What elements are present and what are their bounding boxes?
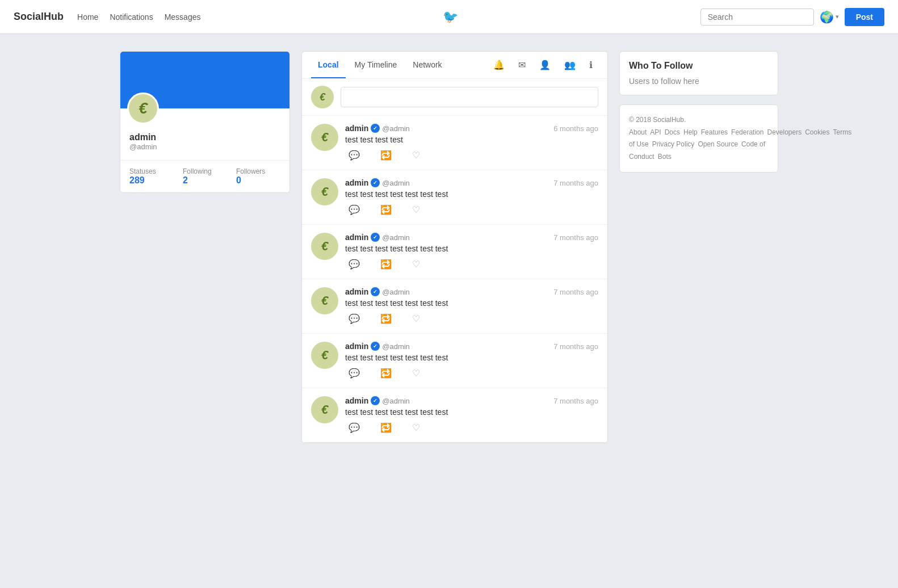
post-time: 7 months ago <box>553 397 598 405</box>
chevron-down-icon: ▾ <box>836 13 839 20</box>
like-button[interactable]: ♡ <box>409 258 423 271</box>
like-button[interactable]: ♡ <box>409 149 423 162</box>
feed-card: Local My Timeline Network 🔔 ✉ 👤 👥 ℹ € € <box>301 51 608 443</box>
post-author: admin ✓ @admin <box>345 396 410 405</box>
nav-notifications[interactable]: Notifications <box>110 12 153 22</box>
post-handle: @admin <box>382 179 410 187</box>
tab-network[interactable]: Network <box>406 52 448 78</box>
post-author-name: admin <box>345 342 368 351</box>
post-avatar: € <box>311 178 338 205</box>
post-time: 7 months ago <box>553 342 598 351</box>
post-author-name: admin <box>345 178 368 187</box>
footer-link-bots[interactable]: Bots <box>658 153 672 161</box>
following-stat: Following 2 <box>183 167 227 186</box>
post-author-name: admin <box>345 233 368 242</box>
right-sidebar: Who To Follow Users to follow here © 201… <box>619 51 778 182</box>
profile-handle: @admin <box>129 142 280 151</box>
add-user-icon[interactable]: 👥 <box>559 52 581 78</box>
globe-icon: 🌍 <box>820 10 834 24</box>
left-sidebar: € admin @admin Statuses 289 Following 2 … <box>120 51 290 193</box>
post-item: € admin ✓ @admin 7 months ago test test … <box>302 388 607 443</box>
reply-button[interactable]: 💬 <box>345 421 363 434</box>
tab-my-timeline[interactable]: My Timeline <box>348 52 404 78</box>
footer-link-docs[interactable]: Docs <box>665 128 680 136</box>
post-content: test test test test test test test <box>345 299 598 308</box>
post-actions: 💬 🔁 ♡ <box>345 421 598 434</box>
post-author-name: admin <box>345 396 368 405</box>
repost-button[interactable]: 🔁 <box>377 312 395 325</box>
post-author-name: admin <box>345 287 368 296</box>
verified-badge: ✓ <box>371 124 380 133</box>
post-content: test test test test test test test <box>345 408 598 417</box>
post-author: admin ✓ @admin <box>345 342 410 351</box>
repost-button[interactable]: 🔁 <box>377 367 395 380</box>
footer-link-about[interactable]: About <box>629 128 647 136</box>
info-icon[interactable]: ℹ <box>584 52 598 78</box>
footer-link-developers[interactable]: Developers <box>767 128 802 136</box>
reply-button[interactable]: 💬 <box>345 149 363 162</box>
compose-area: € <box>302 79 607 116</box>
post-body: admin ✓ @admin 7 months ago test test te… <box>345 342 598 380</box>
following-label: Following <box>183 167 227 175</box>
profile-card: € admin @admin Statuses 289 Following 2 … <box>120 51 290 193</box>
post-content: test test test test test test test <box>345 244 598 253</box>
post-body: admin ✓ @admin 7 months ago test test te… <box>345 233 598 271</box>
post-item: € admin ✓ @admin 7 months ago test test … <box>302 334 607 388</box>
navbar-right: 🌍 ▾ Post <box>700 8 884 26</box>
reply-button[interactable]: 💬 <box>345 203 363 216</box>
verified-badge: ✓ <box>371 342 380 351</box>
user-icon[interactable]: 👤 <box>534 52 556 78</box>
footer-link-cookies[interactable]: Cookies <box>805 128 829 136</box>
search-input[interactable] <box>700 9 814 26</box>
footer-link-privacy-policy[interactable]: Privacy Policy <box>652 140 695 148</box>
profile-info: € admin @admin <box>120 108 289 160</box>
profile-username: admin <box>129 132 280 142</box>
footer-link-api[interactable]: API <box>650 128 661 136</box>
navbar-center: 🐦 <box>200 10 700 24</box>
like-button[interactable]: ♡ <box>409 312 423 325</box>
bell-icon[interactable]: 🔔 <box>488 52 510 78</box>
reply-button[interactable]: 💬 <box>345 258 363 271</box>
who-to-follow-text: Users to follow here <box>629 77 769 86</box>
like-button[interactable]: ♡ <box>409 367 423 380</box>
post-avatar: € <box>311 287 338 314</box>
who-to-follow-widget: Who To Follow Users to follow here <box>619 51 778 95</box>
compose-input[interactable] <box>341 87 598 107</box>
profile-stats: Statuses 289 Following 2 Followers 0 <box>120 160 289 192</box>
language-button[interactable]: 🌍 ▾ <box>820 10 839 24</box>
post-avatar: € <box>311 233 338 260</box>
reply-button[interactable]: 💬 <box>345 312 363 325</box>
profile-name-area: admin @admin <box>129 132 280 151</box>
nav-messages[interactable]: Messages <box>165 12 201 22</box>
post-author: admin ✓ @admin <box>345 233 410 242</box>
verified-badge: ✓ <box>371 396 380 405</box>
post-header: admin ✓ @admin 7 months ago <box>345 396 598 405</box>
repost-button[interactable]: 🔁 <box>377 203 395 216</box>
who-to-follow-title: Who To Follow <box>629 61 769 71</box>
footer-copyright: © 2018 SocialHub. <box>629 116 686 124</box>
footer-link-federation[interactable]: Federation <box>731 128 763 136</box>
nav-home[interactable]: Home <box>77 12 98 22</box>
verified-badge: ✓ <box>371 287 380 296</box>
like-button[interactable]: ♡ <box>409 203 423 216</box>
tab-local[interactable]: Local <box>311 52 346 78</box>
inbox-icon[interactable]: ✉ <box>513 52 531 78</box>
post-time: 6 months ago <box>553 124 598 133</box>
footer-link-help[interactable]: Help <box>683 128 698 136</box>
repost-button[interactable]: 🔁 <box>377 421 395 434</box>
post-time: 7 months ago <box>553 288 598 296</box>
like-button[interactable]: ♡ <box>409 421 423 434</box>
footer-link-features[interactable]: Features <box>701 128 728 136</box>
post-avatar: € <box>311 342 338 369</box>
post-body: admin ✓ @admin 7 months ago test test te… <box>345 396 598 434</box>
footer-link-open-source[interactable]: Open Source <box>698 140 738 148</box>
post-handle: @admin <box>382 397 410 405</box>
followers-count: 0 <box>236 175 280 186</box>
repost-button[interactable]: 🔁 <box>377 149 395 162</box>
statuses-count: 289 <box>129 175 174 186</box>
post-button[interactable]: Post <box>845 8 884 26</box>
following-count: 2 <box>183 175 227 186</box>
repost-button[interactable]: 🔁 <box>377 258 395 271</box>
brand-logo: SocialHub <box>14 11 64 23</box>
reply-button[interactable]: 💬 <box>345 367 363 380</box>
